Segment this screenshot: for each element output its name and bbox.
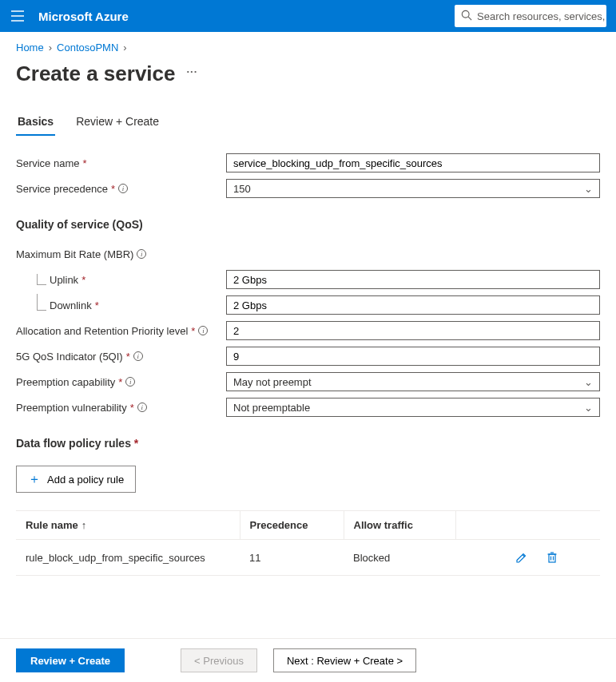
label-downlink: Downlink * bbox=[16, 299, 226, 311]
label-preempt-vuln: Preemption vulnerability * i bbox=[16, 402, 226, 414]
label-arp: Allocation and Retention Priority level … bbox=[16, 325, 226, 337]
tab-basics[interactable]: Basics bbox=[16, 110, 55, 136]
col-precedence[interactable]: Precedence bbox=[240, 511, 344, 540]
service-precedence-select[interactable]: 150 ⌄ bbox=[226, 179, 600, 198]
svg-point-3 bbox=[462, 10, 469, 18]
chevron-down-icon: ⌄ bbox=[584, 183, 593, 195]
table-row: rule_block_udp_from_specific_sources 11 … bbox=[16, 540, 600, 576]
qos-title: Quality of service (QoS) bbox=[16, 218, 600, 231]
label-mbr: Maximum Bit Rate (MBR) i bbox=[16, 248, 226, 260]
breadcrumb-item[interactable]: ContosoPMN bbox=[57, 42, 118, 54]
info-icon[interactable]: i bbox=[137, 402, 147, 412]
info-icon[interactable]: i bbox=[125, 377, 135, 387]
global-search[interactable]: Search resources, services, and bbox=[455, 5, 606, 27]
page-title: Create a service bbox=[16, 61, 175, 86]
cell-allow: Blocked bbox=[344, 540, 455, 576]
brand: Microsoft Azure bbox=[38, 10, 129, 23]
arp-input[interactable] bbox=[226, 321, 600, 340]
info-icon[interactable]: i bbox=[198, 326, 208, 335]
chevron-down-icon: ⌄ bbox=[584, 402, 593, 414]
label-service-name: Service name * bbox=[16, 157, 226, 169]
col-actions bbox=[455, 511, 600, 540]
downlink-input[interactable] bbox=[226, 295, 600, 315]
preempt-vulnerability-select[interactable]: Not preemptable ⌄ bbox=[226, 398, 600, 417]
preempt-capability-select[interactable]: May not preempt ⌄ bbox=[226, 372, 600, 391]
cell-precedence: 11 bbox=[240, 540, 344, 576]
plus-icon: ＋ bbox=[28, 471, 41, 488]
info-icon[interactable]: i bbox=[118, 184, 128, 193]
chevron-down-icon: ⌄ bbox=[584, 376, 593, 388]
info-icon[interactable]: i bbox=[137, 249, 146, 259]
edit-icon[interactable] bbox=[515, 551, 528, 564]
add-policy-rule-button[interactable]: ＋ Add a policy rule bbox=[16, 466, 136, 493]
service-name-input[interactable] bbox=[226, 153, 600, 172]
rules-table: Rule name↑ Precedence Allow traffic rule… bbox=[16, 510, 600, 576]
search-icon bbox=[461, 10, 472, 23]
rules-title: Data flow policy rules * bbox=[16, 437, 600, 450]
svg-line-4 bbox=[468, 17, 471, 20]
delete-icon[interactable] bbox=[546, 551, 558, 564]
search-placeholder: Search resources, services, and bbox=[477, 10, 606, 22]
label-uplink: Uplink * bbox=[16, 274, 226, 286]
5qi-input[interactable] bbox=[226, 347, 600, 366]
cell-rule-name: rule_block_udp_from_specific_sources bbox=[16, 540, 240, 576]
col-rule-name[interactable]: Rule name↑ bbox=[16, 511, 240, 540]
label-service-precedence: Service precedence * i bbox=[16, 183, 226, 195]
label-5qi: 5G QoS Indicator (5QI) * i bbox=[16, 351, 226, 363]
tab-review[interactable]: Review + Create bbox=[74, 110, 161, 136]
col-allow-traffic[interactable]: Allow traffic bbox=[344, 511, 455, 540]
uplink-input[interactable] bbox=[226, 270, 600, 289]
chevron-right-icon: › bbox=[49, 42, 52, 54]
svg-rect-6 bbox=[549, 554, 555, 562]
sort-asc-icon: ↑ bbox=[81, 519, 87, 531]
more-actions-icon[interactable]: ··· bbox=[186, 65, 197, 82]
chevron-right-icon: › bbox=[123, 42, 126, 54]
breadcrumb: Home › ContosoPMN › bbox=[16, 42, 600, 54]
menu-icon[interactable] bbox=[10, 8, 26, 24]
label-preempt-cap: Preemption capability * i bbox=[16, 376, 226, 388]
info-icon[interactable]: i bbox=[133, 351, 143, 361]
breadcrumb-home[interactable]: Home bbox=[16, 42, 44, 54]
